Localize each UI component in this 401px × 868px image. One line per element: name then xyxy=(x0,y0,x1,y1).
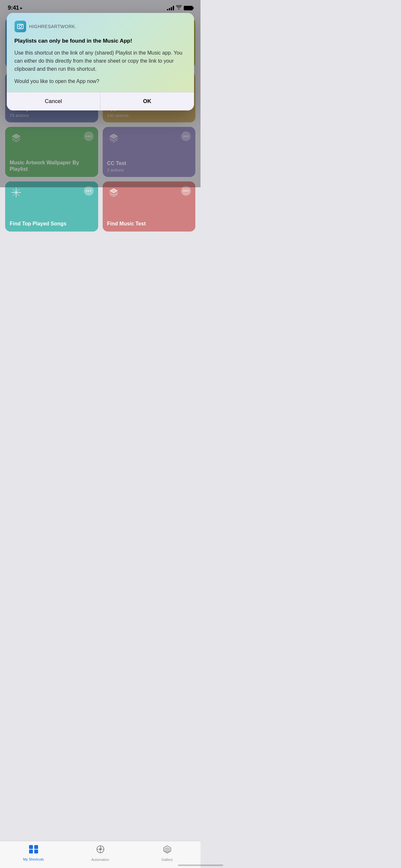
card-more-button[interactable]: ••• xyxy=(181,186,191,196)
alert-body: Use this shortcut on the link of any (sh… xyxy=(14,49,186,86)
card-content: Find Top Played Songs xyxy=(10,221,94,227)
alert-title: Playlists can only be found in the Music… xyxy=(14,37,186,44)
card-header: ••• xyxy=(10,186,94,199)
shortcut-card-find-music-test[interactable]: ••• Find Music Test xyxy=(103,182,196,231)
card-content: Find Music Test xyxy=(107,221,191,227)
card-title: Find Music Test xyxy=(107,221,191,227)
sparkle-icon xyxy=(10,186,23,199)
alert-header: HIGHRESARTWORK. Playlists can only be fo… xyxy=(7,13,194,92)
svg-point-16 xyxy=(19,25,22,28)
svg-point-17 xyxy=(22,25,22,25)
alert-body-line1: Use this shortcut on the link of any (sh… xyxy=(14,49,186,73)
alert-dialog: HIGHRESARTWORK. Playlists can only be fo… xyxy=(7,13,194,111)
layers-icon xyxy=(107,186,120,199)
alert-body-line2: Would you like to open the App now? xyxy=(14,78,186,86)
ok-button[interactable]: OK xyxy=(100,92,194,111)
alert-source-row: HIGHRESARTWORK. xyxy=(14,21,186,32)
modal-overlay[interactable]: HIGHRESARTWORK. Playlists can only be fo… xyxy=(0,0,201,187)
card-more-button[interactable]: ••• xyxy=(84,186,94,196)
shortcut-card-find-top-played[interactable]: ••• Find Top Played Songs xyxy=(5,182,98,231)
card-title: Find Top Played Songs xyxy=(10,221,94,227)
alert-source-name: HIGHRESARTWORK. xyxy=(29,24,76,29)
cancel-button[interactable]: Cancel xyxy=(7,92,101,111)
alert-source-icon xyxy=(14,21,26,32)
card-header: ••• xyxy=(107,186,191,199)
alert-actions: Cancel OK xyxy=(7,92,194,111)
